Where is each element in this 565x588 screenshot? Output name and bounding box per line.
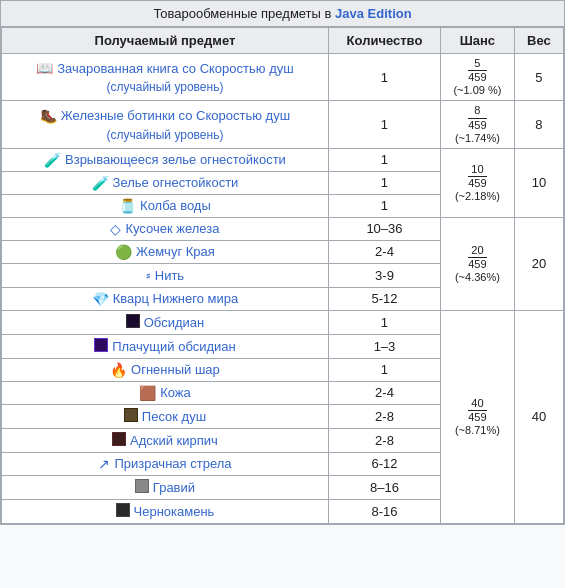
quantity-cell: 2-4	[328, 381, 440, 404]
item-name: Взрывающееся зелье огнестойкости	[65, 152, 286, 167]
chance-numerator: 5	[468, 57, 486, 71]
item-name: Колба воды	[140, 198, 211, 213]
item-icon: 🧪	[92, 175, 109, 191]
chance-cell: 8459(~1.74%)	[441, 101, 515, 148]
quantity-cell: 1	[328, 148, 440, 171]
item-link[interactable]: ↗Призрачная стрела	[8, 456, 322, 472]
item-cell: Чернокамень	[2, 499, 329, 523]
table-row: 🧪Взрывающееся зелье огнестойкости110459(…	[2, 148, 564, 171]
item-name: Гравий	[153, 480, 195, 495]
weight-cell: 40	[514, 310, 563, 523]
item-icon: 🥾	[40, 108, 57, 124]
item-name: Кварц Нижнего мира	[113, 291, 239, 306]
item-icon: 🧪	[44, 152, 61, 168]
table-row: 🥾Железные ботинки со Скоростью душ(случа…	[2, 101, 564, 148]
quantity-cell: 1	[328, 310, 440, 334]
item-icon	[126, 314, 140, 331]
quantity-cell: 1	[328, 101, 440, 148]
item-link[interactable]: 🫙Колба воды	[8, 198, 322, 214]
caption-prefix: Товарообменные предметы в	[153, 6, 335, 21]
item-cell: 🔥Огненный шар	[2, 358, 329, 381]
item-cell: 🥾Железные ботинки со Скоростью душ(случа…	[2, 101, 329, 148]
item-link[interactable]: Песок душ	[8, 408, 322, 425]
item-icon	[94, 338, 108, 355]
header-weight: Вес	[514, 28, 563, 54]
chance-cell: 20459(~4.36%)	[441, 217, 515, 310]
item-link[interactable]: ⸗Нить	[8, 267, 322, 284]
header-quantity: Количество	[328, 28, 440, 54]
item-cell: ↗Призрачная стрела	[2, 452, 329, 475]
item-icon: 🟫	[139, 385, 156, 401]
chance-percent: (~1.09 %)	[453, 84, 501, 96]
chance-denominator: 459	[468, 258, 486, 271]
weight-cell: 5	[514, 54, 563, 101]
quantity-cell: 2-8	[328, 404, 440, 428]
header-row: Получаемый предмет Количество Шанс Вес	[2, 28, 564, 54]
table-row: Обсидиан140459(~8.71%)40	[2, 310, 564, 334]
item-link[interactable]: Обсидиан	[8, 314, 322, 331]
item-name: Зачарованная книга со Скоростью душ	[57, 61, 293, 76]
chance-denominator: 459	[468, 411, 486, 424]
item-link[interactable]: Адский кирпич	[8, 432, 322, 449]
item-icon: ↗	[98, 456, 110, 472]
weight-cell: 10	[514, 148, 563, 217]
quantity-cell: 10–36	[328, 217, 440, 240]
quantity-cell: 2-4	[328, 240, 440, 263]
chance-cell: 10459(~2.18%)	[441, 148, 515, 217]
item-link[interactable]: Плачущий обсидиан	[8, 338, 322, 355]
item-link[interactable]: 🟢Жемчуг Края	[8, 244, 322, 260]
item-name: Адский кирпич	[130, 433, 218, 448]
table-body: 📖Зачарованная книга со Скоростью душ(слу…	[2, 54, 564, 524]
item-link[interactable]: Гравий	[8, 479, 322, 496]
item-icon: 🟢	[115, 244, 132, 260]
item-name: Песок душ	[142, 409, 206, 424]
item-cell: 🫙Колба воды	[2, 194, 329, 217]
item-link[interactable]: 🟫Кожа	[8, 385, 322, 401]
item-link[interactable]: 🧪Зелье огнестойкости	[8, 175, 322, 191]
item-icon	[112, 432, 126, 449]
item-link[interactable]: Чернокамень	[8, 503, 322, 520]
table-row: 📖Зачарованная книга со Скоростью душ(слу…	[2, 54, 564, 101]
item-subname: (случайный уровень)	[106, 128, 223, 142]
caption-edition: Java Edition	[335, 6, 412, 21]
item-link[interactable]: 💎Кварц Нижнего мира	[8, 291, 322, 307]
item-cell: Обсидиан	[2, 310, 329, 334]
item-name: Плачущий обсидиан	[112, 339, 236, 354]
item-link[interactable]: 🧪Взрывающееся зелье огнестойкости	[8, 152, 322, 168]
item-cell: 💎Кварц Нижнего мира	[2, 287, 329, 310]
item-name: Призрачная стрела	[114, 456, 231, 471]
item-icon	[135, 479, 149, 496]
item-cell: 🧪Взрывающееся зелье огнестойкости	[2, 148, 329, 171]
item-link[interactable]: ◇Кусочек железа	[8, 221, 322, 237]
quantity-cell: 8–16	[328, 475, 440, 499]
item-icon: ◇	[110, 221, 121, 237]
item-name: Огненный шар	[131, 362, 220, 377]
item-name: Чернокамень	[134, 504, 215, 519]
item-cell: Гравий	[2, 475, 329, 499]
item-icon: ⸗	[146, 267, 151, 284]
quantity-cell: 3-9	[328, 263, 440, 287]
item-name: Зелье огнестойкости	[113, 175, 239, 190]
item-icon	[116, 503, 130, 520]
item-link[interactable]: 🔥Огненный шар	[8, 362, 322, 378]
item-link[interactable]: 📖Зачарованная книга со Скоростью душ(слу…	[8, 60, 322, 94]
quantity-cell: 1	[328, 194, 440, 217]
chance-percent: (~8.71%)	[455, 424, 500, 436]
item-cell: ⸗Нить	[2, 263, 329, 287]
item-icon: 📖	[36, 60, 53, 76]
item-link[interactable]: 🥾Железные ботинки со Скоростью душ(случа…	[8, 108, 322, 142]
quantity-cell: 2-8	[328, 428, 440, 452]
header-item: Получаемый предмет	[2, 28, 329, 54]
item-name: Жемчуг Края	[136, 244, 215, 259]
chance-denominator: 459	[468, 71, 486, 84]
item-icon: 🫙	[119, 198, 136, 214]
chance-numerator: 8	[468, 104, 486, 118]
chance-denominator: 459	[468, 119, 486, 132]
chance-percent: (~4.36%)	[455, 271, 500, 283]
weight-cell: 20	[514, 217, 563, 310]
weight-cell: 8	[514, 101, 563, 148]
item-cell: 🟢Жемчуг Края	[2, 240, 329, 263]
quantity-cell: 1–3	[328, 334, 440, 358]
item-subname: (случайный уровень)	[106, 80, 223, 94]
item-cell: 📖Зачарованная книга со Скоростью душ(слу…	[2, 54, 329, 101]
